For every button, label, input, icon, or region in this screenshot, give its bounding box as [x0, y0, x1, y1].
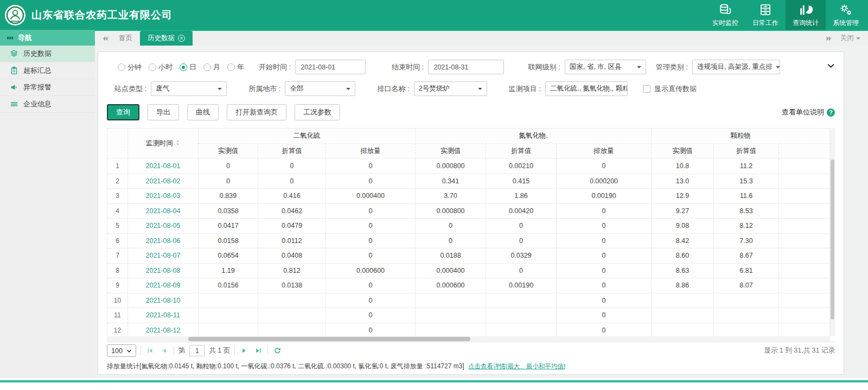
caret-down-icon — [478, 88, 482, 92]
row-number-cell: 1 — [107, 159, 128, 174]
pollutant-group-header: 颗粒物 — [652, 129, 830, 144]
station-type-select[interactable]: 废气 — [151, 81, 227, 96]
value-cell: 0.341 — [416, 174, 486, 189]
page-suffix-label: 共 1 页 — [209, 346, 230, 355]
tabs-scroll-left-icon[interactable] — [99, 31, 111, 46]
start-time-input[interactable] — [295, 60, 366, 74]
period-radio-group: 分钟小时日月年 — [118, 62, 251, 72]
subcolumn-header: 折算值 — [486, 144, 557, 159]
value-cell: 0 — [486, 263, 557, 278]
value-cell: 0 — [557, 159, 652, 174]
table-row: 102021-08-1000 — [107, 293, 830, 308]
period-radio[interactable]: 年 — [227, 62, 244, 72]
outlet-select[interactable]: 2号焚烧炉 — [414, 81, 487, 96]
query-button[interactable]: 查询 — [107, 104, 139, 120]
condition-params-button[interactable]: 工况参数 — [295, 104, 340, 120]
last-page-button[interactable] — [253, 346, 263, 356]
query-panel: 分钟小时日月年 开始时间 : 结束时间 : 联网级别 : 国家, 省, 市, 区… — [98, 52, 844, 375]
top-nav-item[interactable]: 系统管理 — [826, 0, 866, 30]
top-nav-item[interactable]: 查询统计 — [786, 0, 826, 30]
monitor-items-label: 监测项目 : — [509, 84, 541, 94]
period-radio[interactable]: 日 — [180, 62, 196, 72]
row-number-cell: 8 — [107, 263, 128, 278]
value-cell: 0.0329 — [486, 248, 557, 264]
radio-icon[interactable] — [203, 63, 211, 71]
first-page-button[interactable] — [145, 346, 155, 356]
row-number-cell: 5 — [107, 219, 128, 234]
value-cell: 0.000600 — [326, 263, 416, 278]
value-cell: 0.00420 — [486, 203, 557, 219]
date-cell: 2021-08-04 — [128, 203, 199, 219]
export-button[interactable]: 导出 — [148, 104, 179, 120]
pollutant-group-header: 二氧化硫 — [199, 129, 416, 144]
detail-link[interactable]: 点击查看详情[最大、最小和平均值] — [468, 363, 565, 369]
tab-close-icon[interactable]: × — [178, 35, 185, 42]
vertical-scrollbar[interactable] — [830, 128, 835, 336]
page-number-input[interactable] — [189, 345, 205, 356]
end-time-input[interactable] — [428, 60, 504, 74]
period-radio[interactable]: 分钟 — [118, 62, 142, 72]
city-select[interactable]: 全部 — [285, 81, 355, 96]
value-cell: 0 — [326, 203, 416, 219]
open-new-query-button[interactable]: 打开新查询页 — [227, 104, 286, 120]
horizontal-scrollbar-thumb[interactable] — [188, 337, 470, 341]
sidebar-item[interactable]: 异常报警 — [0, 79, 95, 96]
value-cell — [779, 293, 830, 308]
value-cell: 0.839 — [199, 189, 258, 204]
sidebar-item[interactable]: 超标汇总 — [0, 62, 95, 79]
subcolumn-header: 排放量 — [326, 144, 416, 159]
sort-icon[interactable] — [175, 139, 180, 146]
value-cell: 0.0358 — [199, 203, 258, 219]
curve-button[interactable]: 曲线 — [187, 104, 219, 120]
value-cell: 10.8 — [652, 159, 714, 174]
unit-note-link[interactable]: 查看单位说明 ? — [782, 107, 835, 117]
refresh-button[interactable] — [272, 346, 282, 356]
value-cell: 0 — [326, 323, 416, 336]
horizontal-scrollbar[interactable] — [107, 336, 830, 342]
unit-note-label: 查看单位说明 — [782, 107, 824, 117]
company-title: 山东省联合农药工业有限公司 — [31, 8, 173, 22]
sidebar-item[interactable]: 历史数据 — [0, 46, 95, 62]
direct-data-checkbox[interactable]: 显示直传数据 — [643, 84, 697, 94]
tab[interactable]: 首页 — [111, 31, 140, 46]
time-column-header[interactable]: 监测时间 — [128, 129, 199, 159]
manage-category-select[interactable]: 违规项目, 高架源, 重点排 — [692, 60, 780, 74]
tabs-scroll-right-icon[interactable] — [825, 35, 833, 42]
table-row: 72021-08-070.06540.040800.01880.032908.6… — [107, 248, 830, 264]
value-cell — [714, 308, 779, 323]
next-page-button[interactable] — [239, 346, 249, 356]
radio-icon[interactable] — [227, 63, 235, 71]
tab-label: 历史数据 — [148, 34, 175, 43]
caret-down-icon — [126, 348, 132, 354]
actions-row: 查询导出曲线打开新查询页工况参数 查看单位说明 ? — [98, 103, 844, 120]
radio-icon[interactable] — [180, 63, 187, 71]
period-radio[interactable]: 月 — [203, 62, 220, 72]
page-size-select[interactable]: 100 — [107, 344, 136, 357]
radio-icon[interactable] — [118, 63, 125, 71]
checkbox-icon[interactable] — [643, 85, 650, 93]
monitor-items-select[interactable]: 二氧化硫., 氮氧化物., 颗粒 — [545, 81, 628, 96]
tab[interactable]: 历史数据× — [140, 31, 193, 46]
vertical-scrollbar-thumb[interactable] — [831, 159, 834, 319]
monitor-items-value: 二氧化硫., 氮氧化物., 颗粒 — [550, 84, 628, 93]
sidebar-item[interactable]: 企业信息 — [0, 96, 95, 113]
top-nav-item[interactable]: 日常工作 — [745, 0, 786, 30]
collapse-filters-chevron-icon[interactable] — [827, 62, 835, 70]
clipboard-icon — [10, 66, 18, 75]
row-number-cell: 6 — [107, 233, 128, 248]
period-radio[interactable]: 小时 — [149, 62, 173, 72]
prev-page-button[interactable] — [159, 346, 169, 356]
nav-grid-icon — [7, 34, 14, 42]
help-icon[interactable]: ? — [827, 108, 835, 117]
value-cell: 8.07 — [714, 278, 779, 293]
value-cell — [258, 293, 326, 308]
top-nav-item[interactable]: 实时监控 — [705, 0, 745, 30]
value-cell: 0 — [326, 233, 416, 248]
value-cell: 9.27 — [652, 203, 714, 219]
radio-icon[interactable] — [149, 63, 156, 71]
network-level-select[interactable]: 国家, 省, 市, 区县 — [565, 60, 646, 74]
page-prefix-label: 第 — [178, 346, 186, 355]
close-menu[interactable]: 关闭 — [840, 34, 860, 43]
value-cell — [199, 308, 258, 323]
value-cell: 1.86 — [486, 189, 557, 204]
